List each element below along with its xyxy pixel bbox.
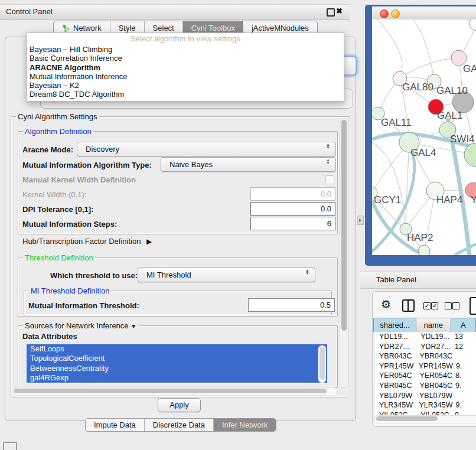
table-row[interactable]: YLR345WYLR345W9. [374, 400, 476, 410]
algorithm-option[interactable]: ARACNE Algorithm [27, 63, 344, 72]
table-panel-titlebar: Table Panel [360, 271, 476, 289]
table-row[interactable]: YBR043CYBR043C [374, 351, 476, 361]
table-row[interactable]: YIL052CYIL052C9 [374, 410, 476, 415]
table-cell: YBR043C [416, 351, 452, 361]
network-edge[interactable] [400, 58, 459, 79]
which-threshold-combobox[interactable]: MI Threshold ▲▼ [138, 268, 315, 282]
minimized-panel-icon[interactable] [3, 442, 17, 450]
algorithm-option[interactable]: Basic Correlation Inference [27, 54, 344, 63]
tab-discretize-data[interactable]: Discretize Data [145, 419, 214, 431]
table-cell: 12 [452, 342, 476, 352]
network-window-titlebar[interactable] [372, 6, 476, 20]
cyni-algorithm-settings-title: Cyni Algorithm Settings [16, 112, 99, 121]
network-edge[interactable] [455, 244, 476, 255]
apply-button[interactable]: Apply [158, 398, 201, 412]
table-function-icon[interactable] [470, 297, 476, 315]
settings-vertical-scrollbar-thumb[interactable] [341, 120, 347, 331]
table-row[interactable]: YPR145WYPR145W9. [374, 361, 476, 371]
settings-horizontal-scrollbar[interactable] [12, 387, 338, 396]
algorithm-option[interactable]: Mutual Information Inference [27, 72, 344, 81]
hub-definition-toggle[interactable]: Hub/Transcription Factor Definition ▶ [22, 237, 152, 246]
algorithm-option[interactable]: Dream8 DC_TDC Algorithm [27, 90, 344, 99]
table-row[interactable]: YER054CYER054C8. [374, 371, 476, 381]
algorithm-definition-title: Algorithm Definition [23, 127, 93, 136]
table-row[interactable]: YDL19...YDL19...13 [374, 332, 476, 342]
mi-steps-field[interactable]: 6 [250, 217, 335, 230]
zoom-traffic-light-icon[interactable] [402, 9, 410, 17]
data-attributes-label: Data Attributes [22, 332, 77, 341]
data-attributes-list[interactable]: SelfLoopsTopologicalCoefficientBetweenne… [27, 344, 327, 384]
network-node-label: GAL1 [437, 110, 462, 121]
close-traffic-light-icon[interactable] [380, 9, 389, 18]
control-panel-titlebar: Control Panel ✖ [0, 4, 350, 19]
network-node-label: GAL80 [402, 81, 433, 93]
table-horizontal-scrollbar[interactable] [374, 415, 476, 423]
table-cell: 9 [452, 410, 476, 415]
network-canvas[interactable]: GALGAL80GAL10GAL1GAL11SWI4GAL4HAP4YGCY1H… [372, 19, 476, 255]
mi-algorithm-type-combobox[interactable]: Naive Bayes ▲▼ [161, 157, 336, 172]
table-cell: YBL079W [374, 391, 416, 401]
splitter-collapse-handle[interactable] [357, 216, 364, 225]
close-icon[interactable]: ✖ [336, 6, 343, 15]
network-edge[interactable] [378, 19, 402, 79]
algorithm-option[interactable]: Bayesian – Hill Climbing [27, 45, 344, 54]
checked-checkbox-icon[interactable]: ✓ [431, 302, 438, 309]
table-horizontal-scrollbar-thumb[interactable] [376, 416, 438, 421]
table-row[interactable]: YBR045CYBR045C9. [374, 381, 476, 391]
network-graph: GALGAL80GAL10GAL1GAL11SWI4GAL4HAP4YGCY1H… [372, 19, 476, 255]
table-cell: YIL052C [417, 410, 452, 415]
network-node-label: GAL4 [410, 147, 436, 158]
tab-impute-data-label: Impute Data [94, 420, 136, 429]
aracne-mode-combobox[interactable]: Discovery ▲▼ [77, 142, 336, 156]
gear-icon[interactable]: ⚙ [381, 298, 391, 311]
columns-icon[interactable] [402, 299, 415, 312]
mi-threshold-field[interactable]: 0.5 [248, 298, 335, 312]
data-attribute-item[interactable]: BetweennessCentrality [27, 364, 327, 373]
stepper-arrows-icon: ▲▼ [305, 269, 310, 275]
attributes-scrollbar-thumb[interactable] [319, 347, 325, 380]
tab-impute-data[interactable]: Impute Data [86, 419, 145, 431]
table-column-header[interactable]: A [451, 318, 476, 332]
algorithm-dropdown-popup: Select algorithm to view settings Bayesi… [27, 32, 344, 102]
data-attribute-item[interactable]: TopologicalCoefficient [27, 354, 327, 363]
algorithm-option[interactable]: Bayesian – K2 [27, 81, 344, 90]
network-edge[interactable] [406, 142, 409, 229]
minimize-traffic-light-icon[interactable] [391, 9, 400, 18]
table-column-header[interactable]: name [416, 318, 451, 332]
tab-infer-network[interactable]: Infer Network [214, 419, 276, 431]
table-cell: YDL19... [417, 332, 452, 342]
checked-checkbox-icon[interactable]: ✓ [423, 302, 431, 309]
table-cell: YBL079W [416, 391, 452, 401]
table-cell: YER054C [374, 371, 416, 381]
unchecked-checkbox-icon[interactable] [445, 302, 452, 309]
data-attribute-item[interactable]: SelfLoops [27, 344, 327, 354]
manual-kernel-width-checkbox[interactable] [325, 175, 334, 184]
network-node[interactable] [418, 245, 430, 255]
table-cell: YPR145W [374, 361, 415, 371]
table-cell: 8. [452, 371, 476, 381]
table-column-header[interactable]: shared... [373, 318, 416, 332]
settings-horizontal-scrollbar-thumb[interactable] [14, 389, 327, 393]
unchecked-checkbox-icon[interactable] [452, 302, 459, 309]
table-row[interactable]: YBL079WYBL079W [374, 391, 476, 401]
attributes-scrollbar[interactable] [318, 345, 326, 383]
aracne-mode-value: Discovery [86, 142, 119, 156]
table-rows: YDL19...YDL19...13YDR27...YDR27...12YBR0… [374, 332, 476, 415]
table-cell [452, 351, 476, 361]
table-row[interactable]: YDR27...YDR27...12 [374, 342, 476, 352]
stepper-arrows-icon: ▲▼ [325, 158, 331, 164]
settings-vertical-scrollbar[interactable] [340, 118, 349, 388]
sources-title[interactable]: Sources for Network Inference ▼ [23, 321, 138, 330]
network-node-label: GAL10 [436, 85, 468, 96]
table-cell: 13 [452, 332, 476, 342]
network-node[interactable] [470, 19, 476, 31]
mi-algorithm-type-label: Mutual Information Algorithm Type: [22, 161, 152, 169]
table-cell: YIL052C [374, 410, 417, 415]
kernel-width-field[interactable]: 0.0 [250, 187, 335, 201]
table-cell: YPR145W [415, 361, 453, 371]
data-attribute-item[interactable]: gal4RGexp [27, 373, 327, 383]
dpi-tolerance-field[interactable]: 0.0 [250, 202, 335, 216]
network-edge[interactable] [413, 19, 434, 81]
table-cell: YBR045C [416, 381, 452, 391]
float-panel-icon[interactable] [327, 8, 335, 17]
